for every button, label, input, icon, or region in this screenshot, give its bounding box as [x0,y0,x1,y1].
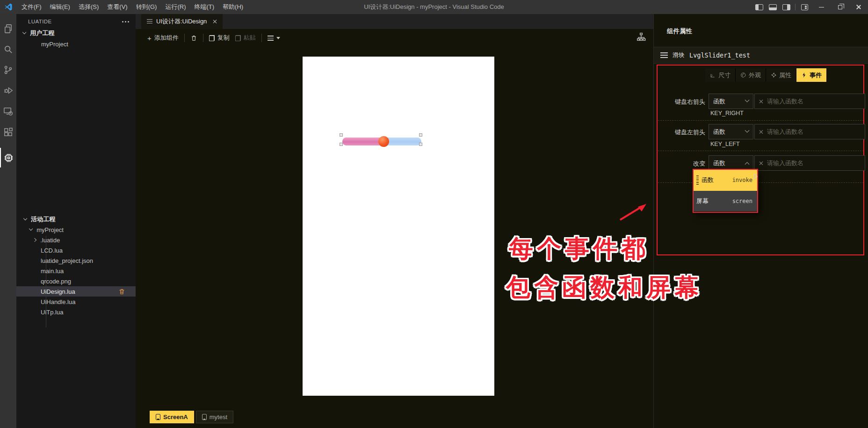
activity-source-control[interactable] [0,60,16,80]
selection-handle[interactable] [340,143,343,146]
controls-divider [795,4,796,10]
minimize-button[interactable] [812,0,831,14]
restore-button[interactable] [831,0,849,14]
tree-item-myproject[interactable]: myProject [16,225,136,235]
toggle-secondary-sidebar-icon[interactable] [782,4,790,10]
screen-tab-screena[interactable]: ScreenA [150,411,194,423]
section-active-project[interactable]: 活动工程 [16,214,136,225]
tab-attributes[interactable]: 属性 [766,68,796,82]
paste-button[interactable]: 粘贴 [235,34,256,42]
activity-extensions[interactable] [0,123,16,142]
tree-item-main-lua[interactable]: main.lua [16,266,136,276]
user-project-item[interactable]: myProject [16,39,136,49]
tree-item-lcd-lua[interactable]: LCD.lua [16,245,136,255]
activity-run-debug[interactable] [0,80,16,100]
item-label: .luatide [40,237,60,244]
section-label: 活动工程 [31,215,55,224]
add-component-button[interactable]: + 添加组件 [147,34,179,42]
menu-help[interactable]: 帮助(H) [218,0,247,14]
event-key-name: KEY_RIGHT [710,110,744,116]
item-label: luatide_project.json [41,257,93,264]
tree-item-luatide-project-json[interactable]: luatide_project.json [16,255,136,266]
tree-item-uidesign-lua[interactable]: UiDesign.lua [16,286,136,297]
clear-icon[interactable] [759,130,763,134]
clear-icon[interactable] [759,161,763,166]
event-key-name-partial: D [753,174,758,180]
copy-button[interactable]: 复制 [209,34,230,42]
add-component-label: 添加组件 [154,34,179,42]
design-canvas[interactable] [303,57,494,396]
close-button[interactable] [849,0,868,14]
properties-title: 组件属性 [667,27,692,36]
properties-panel: 组件属性 滑块 LvglSlider1_test 尺寸 外观 属性 事件 [653,14,868,428]
function-name-input[interactable] [767,128,861,135]
function-name-field-key-right[interactable] [754,94,865,109]
function-name-input[interactable] [767,160,861,167]
search-icon [3,44,14,55]
vscode-window: 文件(F) 编辑(E) 选择(S) 查看(V) 转到(G) 运行(R) 终端(T… [0,0,868,428]
slider-knob[interactable] [378,136,389,147]
activity-luatide[interactable] [0,148,16,167]
option-label: 函数 [702,176,714,184]
tab-appearance[interactable]: 外观 [736,68,766,82]
screen-tab-label: ScreenA [163,413,188,421]
source-control-icon [3,65,14,75]
function-name-field-key-left[interactable] [754,124,865,139]
component-selector[interactable]: 滑块 LvglSlider1_test [654,47,868,64]
tab-label: 外观 [749,71,761,80]
function-name-field-changed[interactable] [754,155,865,171]
event-type-select-key-left[interactable]: 函数 [709,124,753,139]
tab-close-icon[interactable] [212,19,217,24]
toggle-panel-icon[interactable] [769,4,777,10]
webview-icon [147,19,152,24]
activity-search[interactable] [0,39,16,59]
delete-file-icon[interactable] [118,288,125,295]
activity-remote-explorer[interactable] [0,101,16,121]
screen-tabs: ScreenA mytest [150,411,233,423]
menu-edit[interactable]: 编辑(E) [46,0,74,14]
item-label: qrcode.png [41,278,71,285]
chevron-down-icon [29,227,33,231]
menu-selection[interactable]: 选择(S) [74,0,103,14]
tree-item-luatide-folder[interactable]: .luatide [16,235,136,245]
tab-events[interactable]: 事件 [796,68,826,82]
selection-handle[interactable] [340,133,343,137]
screen-tab-label: mytest [210,413,227,421]
dropdown-option-screen[interactable]: 屏幕 screen [694,191,757,212]
menu-view[interactable]: 查看(V) [103,0,131,14]
component-tree-button[interactable] [636,32,646,44]
toggle-sidebar-icon[interactable] [755,4,763,10]
function-name-input[interactable] [767,98,861,105]
tab-label: 尺寸 [718,71,731,80]
delete-component-button[interactable] [190,35,197,42]
dropdown-option-invoke[interactable]: 函数 invoke [694,170,757,191]
property-tabs: 尺寸 外观 属性 事件 [705,68,826,82]
activity-explorer[interactable] [0,19,16,38]
slider-component[interactable] [342,138,421,145]
plus-icon: + [147,34,152,42]
selection-handle[interactable] [419,133,422,137]
editor-tab-uidesign[interactable]: UI设计器:UiDesign [141,14,223,29]
item-label: main.lua [41,268,64,275]
tree-item-uitp-lua[interactable]: UiTp.lua [16,307,136,317]
tree-item-qrcode-png[interactable]: qrcode.png [16,276,136,286]
tree-item-uihandle-lua[interactable]: UiHandle.lua [16,297,136,307]
selection-handle[interactable] [419,143,422,146]
menu-run[interactable]: 运行(R) [161,0,190,14]
sidebar-title: LUATIDE [28,19,52,24]
menu-file[interactable]: 文件(F) [17,0,46,14]
section-user-project[interactable]: 用户工程 [16,28,136,38]
menu-go[interactable]: 转到(G) [132,0,161,14]
component-type: 滑块 [673,51,685,59]
layer-order-button[interactable] [268,35,280,41]
restore-icon [838,5,842,9]
event-type-select-key-right[interactable]: 函数 [709,94,753,109]
tab-size[interactable]: 尺寸 [705,68,736,82]
clear-icon[interactable] [759,99,763,104]
menu-terminal[interactable]: 终端(T) [190,0,218,14]
screen-tab-mytest[interactable]: mytest [196,411,233,423]
vscode-logo [4,3,13,11]
customize-layout-icon[interactable] [801,4,808,10]
props-icon [771,72,777,78]
more-actions-icon[interactable] [120,19,131,24]
